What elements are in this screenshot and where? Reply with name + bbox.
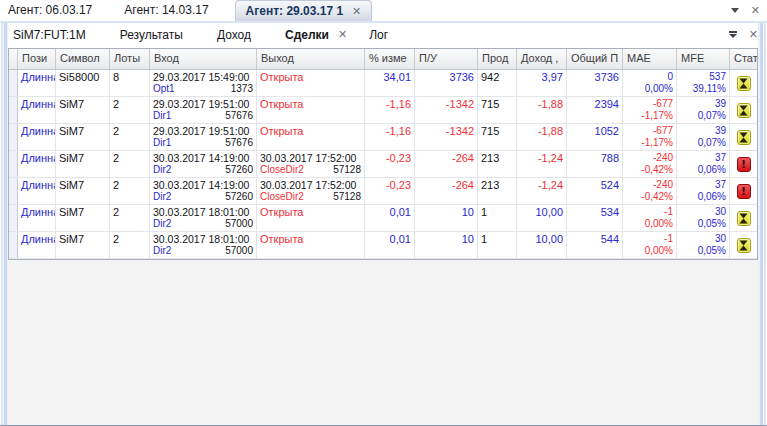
tab-instrument[interactable]: SiM7:FUT:1M	[13, 28, 86, 42]
price-value: 57260	[225, 191, 253, 202]
pct-change-cell: -0,23	[365, 151, 415, 177]
mae-percent: 0,00%	[626, 245, 673, 257]
column-header-total-pl[interactable]: Общий П	[567, 49, 623, 69]
mfe-value: 39	[680, 98, 726, 110]
mae-value: -677	[626, 98, 673, 110]
open-status-text: Открыта	[260, 98, 361, 111]
column-header-entry[interactable]: Вход	[150, 49, 257, 69]
price-value: 57000	[225, 218, 253, 229]
row-selector	[9, 178, 18, 204]
signal-name: Dir1	[153, 110, 171, 121]
symbol-cell: Si58000	[56, 70, 110, 96]
signal-name: Dir2	[153, 191, 171, 202]
tab-close-icon[interactable]: ✕	[352, 6, 361, 17]
tab-trades-active[interactable]: Сделки	[285, 28, 329, 42]
open-status-text: Открыта	[260, 71, 361, 84]
datetime-text: 30.03.2017 14:19:00	[153, 179, 253, 191]
signal-name: Dir2	[153, 245, 171, 256]
mae-cell: -240-0,42%	[623, 151, 677, 177]
total-pl-cell: 788	[567, 151, 623, 177]
tab-agent-1[interactable]: Агент: 06.03.17	[8, 0, 92, 21]
tab-agent-2[interactable]: Агент: 14.03.17	[124, 0, 208, 21]
mfe-value: 37	[680, 179, 726, 191]
lots-cell: 8	[110, 70, 150, 96]
mae-cell: -677-1,17%	[623, 97, 677, 123]
mfe-cell: 300,05%	[677, 232, 730, 258]
signal-name: Dir1	[153, 137, 171, 148]
panel-edge-right	[758, 23, 767, 425]
column-header-pl[interactable]: П/У	[415, 49, 478, 69]
status-hourglass-icon	[737, 238, 751, 253]
price-value: 1373	[231, 83, 253, 94]
duration-cell: 715	[478, 97, 517, 123]
tab-income[interactable]: Доход	[217, 28, 251, 42]
position-cell: Длинная	[18, 124, 56, 150]
mae-percent: 0,00%	[626, 218, 673, 230]
total-pl-cell: 544	[567, 232, 623, 258]
status-hourglass-icon	[737, 76, 751, 91]
mae-percent: -0,42%	[626, 191, 673, 203]
column-header-income[interactable]: Доход ,	[517, 49, 567, 69]
tab-overflow-icon[interactable]	[729, 31, 737, 38]
table-row[interactable]: ДлиннаяSiM7230.03.2017 14:19:00Dir257260…	[9, 151, 757, 178]
tab-log[interactable]: Лог	[369, 28, 388, 42]
window-close-icon[interactable]: ✕	[751, 5, 760, 16]
entry-cell: 30.03.2017 14:19:00Dir257260	[150, 151, 257, 177]
mae-value: -240	[626, 152, 673, 164]
tabgroup-close-icon[interactable]: ✕	[749, 29, 758, 40]
total-pl-cell: 3736	[567, 70, 623, 96]
datetime-text: 30.03.2017 18:01:00	[153, 206, 253, 218]
column-header-exit[interactable]: Выход	[257, 49, 365, 69]
mfe-cell: 390,07%	[677, 97, 730, 123]
mae-value: -677	[626, 125, 673, 137]
pl-cell: 10	[415, 232, 478, 258]
agent-tabbar: Агент: 06.03.17 Агент: 14.03.17 Агент: 2…	[0, 0, 767, 21]
column-header-symbol[interactable]: Символ	[56, 49, 110, 69]
duration-cell: 715	[478, 124, 517, 150]
exit-cell: 30.03.2017 17:52:00CloseDir257128	[257, 178, 365, 204]
pct-change-cell: 0,01	[365, 232, 415, 258]
column-header-lots[interactable]: Лоты	[110, 49, 150, 69]
symbol-cell: SiM7	[56, 97, 110, 123]
income-cell: 3,97	[517, 70, 567, 96]
column-header-status[interactable]: Стат	[730, 49, 757, 69]
mfe-value: 39	[680, 125, 726, 137]
column-header-mfe[interactable]: MFE	[677, 49, 730, 69]
pct-change-cell: -1,16	[365, 124, 415, 150]
row-selector	[9, 70, 18, 96]
pl-cell: -1342	[415, 124, 478, 150]
column-header-mae[interactable]: MAE	[623, 49, 677, 69]
column-header-pct-change[interactable]: % изме	[365, 49, 415, 69]
table-row[interactable]: ДлиннаяSiM7230.03.2017 18:01:00Dir257000…	[9, 205, 757, 232]
price-value: 57128	[333, 164, 361, 175]
column-header-position[interactable]: Пози	[18, 49, 56, 69]
total-pl-cell: 1052	[567, 124, 623, 150]
duration-cell: 213	[478, 178, 517, 204]
datetime-text: 30.03.2017 17:52:00	[260, 152, 361, 164]
column-header-duration[interactable]: Прод	[478, 49, 517, 69]
open-status-text: Открыта	[260, 206, 361, 219]
status-warning-icon: !	[737, 157, 751, 172]
duration-cell: 1	[478, 232, 517, 258]
mae-value: 0	[626, 71, 673, 83]
table-row[interactable]: ДлиннаяSiM7229.03.2017 19:51:00Dir157676…	[9, 124, 757, 151]
total-pl-cell: 534	[567, 205, 623, 231]
table-row[interactable]: ДлиннаяSi58000829.03.2017 15:49:00Opt113…	[9, 70, 757, 97]
table-row[interactable]: ДлиннаяSiM7230.03.2017 18:01:00Dir257000…	[9, 232, 757, 259]
tab-results[interactable]: Результаты	[120, 28, 183, 42]
lots-cell: 2	[110, 151, 150, 177]
table-row[interactable]: ДлиннаяSiM7230.03.2017 14:19:00Dir257260…	[9, 178, 757, 205]
entry-cell: 30.03.2017 18:01:00Dir257000	[150, 232, 257, 258]
price-value: 57000	[225, 245, 253, 256]
tab-agent-3-active[interactable]: Агент: 29.03.17 1 ✕	[235, 0, 373, 21]
entry-cell: 29.03.2017 15:49:00Opt11373	[150, 70, 257, 96]
tab-trades-close-icon[interactable]: ✕	[338, 29, 347, 40]
mae-percent: -1,17%	[626, 137, 673, 149]
exit-cell: Открыта	[257, 232, 365, 258]
position-cell: Длинная	[18, 178, 56, 204]
table-row[interactable]: ДлиннаяSiM7229.03.2017 19:51:00Dir157676…	[9, 97, 757, 124]
pl-cell: 10	[415, 205, 478, 231]
window-menu-icon[interactable]	[731, 8, 739, 13]
entry-cell: 30.03.2017 14:19:00Dir257260	[150, 178, 257, 204]
status-cell	[730, 97, 757, 123]
